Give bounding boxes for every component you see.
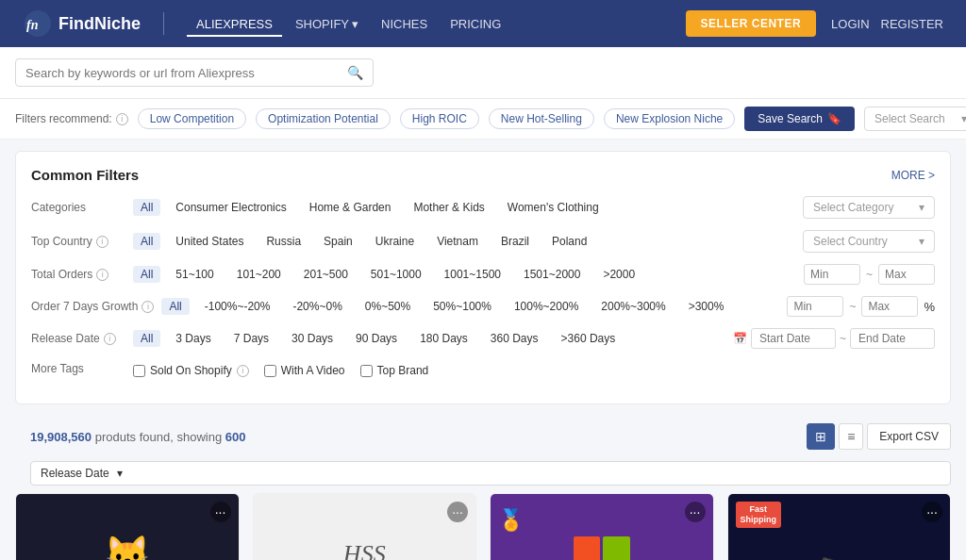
country-select[interactable]: Select Country ▾ bbox=[803, 230, 935, 253]
growth-option-0[interactable]: 0%~50% bbox=[358, 298, 418, 315]
growth-min-input[interactable] bbox=[787, 296, 843, 317]
filter-tag-explosion-niche[interactable]: New Explosion Niche bbox=[604, 108, 735, 129]
country-option-ukraine[interactable]: Ukraine bbox=[368, 233, 422, 250]
orders-option-2000[interactable]: >2000 bbox=[595, 266, 642, 283]
order-growth-label: Order 7 Days Growth i bbox=[31, 300, 154, 313]
grid-view-button[interactable]: ⊞ bbox=[807, 423, 835, 450]
orders-option-1001[interactable]: 1001~1500 bbox=[437, 266, 508, 283]
search-icon[interactable]: 🔍 bbox=[347, 65, 363, 80]
with-a-video-checkbox[interactable]: With A Video bbox=[264, 364, 345, 377]
orders-option-51[interactable]: 51~100 bbox=[168, 266, 221, 283]
seller-center-button[interactable]: SELLER CENTER bbox=[686, 10, 817, 37]
orders-option-201[interactable]: 201~500 bbox=[296, 266, 356, 283]
nav-niches[interactable]: NICHES bbox=[372, 11, 437, 37]
select-search-dropdown[interactable]: Select Search ▾ bbox=[864, 107, 966, 131]
growth-option-50[interactable]: 50%~100% bbox=[425, 298, 499, 315]
sort-label: Release Date bbox=[41, 467, 109, 480]
results-showing: 600 bbox=[225, 430, 246, 444]
list-view-button[interactable]: ≡ bbox=[839, 423, 863, 450]
sort-dropdown[interactable]: Release Date ▾ bbox=[30, 461, 951, 486]
order-growth-info-icon[interactable]: i bbox=[142, 301, 154, 313]
release-option-90d[interactable]: 90 Days bbox=[348, 330, 405, 347]
product-card-4[interactable]: ✒️ FastShipping ··· bbox=[727, 493, 952, 560]
country-option-all[interactable]: All bbox=[133, 233, 160, 250]
product-card-2[interactable]: HSS 🧦 ··· bbox=[253, 493, 477, 560]
orders-option-501[interactable]: 501~1000 bbox=[363, 266, 429, 283]
total-orders-info-icon[interactable]: i bbox=[96, 269, 108, 281]
sold-on-shopify-checkbox[interactable]: Sold On Shopify i bbox=[133, 364, 249, 377]
product-card-1[interactable]: 🐱 🔦 ··· bbox=[15, 493, 240, 560]
categories-option-all[interactable]: All bbox=[133, 199, 160, 216]
with-a-video-input[interactable] bbox=[264, 365, 276, 377]
search-input[interactable] bbox=[25, 66, 347, 80]
top-country-info-icon[interactable]: i bbox=[96, 236, 108, 248]
shopify-info-icon[interactable]: i bbox=[237, 365, 249, 377]
nav-pricing[interactable]: PRICING bbox=[441, 11, 510, 37]
filter-recommend-label: Filters recommend: i bbox=[15, 112, 128, 125]
country-option-poland[interactable]: Poland bbox=[544, 233, 594, 250]
release-option-all[interactable]: All bbox=[133, 330, 160, 347]
filter-tag-low-competition[interactable]: Low Competition bbox=[138, 108, 246, 129]
chevron-down-icon: ▾ bbox=[961, 112, 966, 125]
end-date-input[interactable] bbox=[850, 328, 935, 349]
filters-header: Common Filters MORE > bbox=[31, 167, 935, 183]
product-menu-1[interactable]: ··· bbox=[210, 502, 231, 522]
product-menu-3[interactable]: ··· bbox=[685, 502, 706, 522]
release-option-7d[interactable]: 7 Days bbox=[226, 330, 276, 347]
top-brand-input[interactable] bbox=[360, 365, 373, 377]
filter-tag-hot-selling[interactable]: New Hot-Selling bbox=[489, 108, 594, 129]
release-option-180d[interactable]: 180 Days bbox=[412, 330, 475, 347]
chevron-down-icon: ▾ bbox=[117, 467, 123, 480]
search-bar-container: 🔍 bbox=[0, 47, 966, 99]
growth-option-neg20[interactable]: -20%~0% bbox=[285, 298, 349, 315]
nav-shopify[interactable]: SHOPIFY ▾ bbox=[286, 11, 368, 37]
register-link[interactable]: REGISTER bbox=[881, 17, 943, 31]
filter-tag-optimization[interactable]: Optimization Potential bbox=[256, 108, 391, 129]
country-option-spain[interactable]: Spain bbox=[316, 233, 360, 250]
country-option-brazil[interactable]: Brazil bbox=[493, 233, 537, 250]
filter-tag-high-roic[interactable]: High ROIC bbox=[400, 108, 479, 129]
filter-recommend-info-icon[interactable]: i bbox=[116, 113, 128, 125]
start-date-input[interactable] bbox=[751, 328, 836, 349]
release-date-info-icon[interactable]: i bbox=[104, 333, 116, 345]
growth-option-all[interactable]: All bbox=[161, 298, 189, 315]
growth-max-input[interactable] bbox=[861, 296, 918, 317]
categories-option-womens[interactable]: Women's Clothing bbox=[500, 199, 607, 216]
logo[interactable]: fn FindNiche bbox=[23, 8, 141, 39]
sold-on-shopify-input[interactable] bbox=[133, 365, 145, 377]
categories-option-mother-kids[interactable]: Mother & Kids bbox=[406, 199, 491, 216]
header-auth: LOGIN REGISTER bbox=[831, 17, 943, 31]
product-image-4: ✒️ FastShipping ··· bbox=[728, 494, 951, 560]
country-option-russia[interactable]: Russia bbox=[258, 233, 308, 250]
login-link[interactable]: LOGIN bbox=[831, 17, 869, 31]
release-date-row: Release Date i All 3 Days 7 Days 30 Days… bbox=[31, 328, 935, 349]
categories-option-home[interactable]: Home & Garden bbox=[302, 199, 399, 216]
categories-select[interactable]: Select Category ▾ bbox=[803, 196, 935, 219]
release-option-3d[interactable]: 3 Days bbox=[168, 330, 218, 347]
country-option-vietnam[interactable]: Vietnam bbox=[429, 233, 486, 250]
product-card-3[interactable]: 🏅 Windows 10 ··· bbox=[490, 493, 714, 560]
more-tags-label: More Tags bbox=[31, 362, 125, 375]
country-option-us[interactable]: United States bbox=[168, 233, 251, 250]
save-search-button[interactable]: Save Search 🔖 bbox=[744, 107, 855, 131]
export-csv-button[interactable]: Export CSV bbox=[867, 423, 951, 450]
growth-option-300[interactable]: >300% bbox=[681, 298, 732, 315]
product-menu-2[interactable]: ··· bbox=[447, 502, 468, 522]
orders-option-1501[interactable]: 1501~2000 bbox=[516, 266, 588, 283]
growth-option-200[interactable]: 200%~300% bbox=[593, 298, 673, 315]
growth-option-100[interactable]: 100%~200% bbox=[507, 298, 586, 315]
release-option-360d[interactable]: 360 Days bbox=[483, 330, 546, 347]
nav-aliexpress[interactable]: ALIEXPRESS bbox=[187, 11, 282, 37]
product-image-3: 🏅 Windows 10 ··· bbox=[491, 494, 713, 560]
release-option-360plus[interactable]: >360 Days bbox=[554, 330, 624, 347]
categories-option-electronics[interactable]: Consumer Electronics bbox=[168, 199, 293, 216]
growth-option-neg100[interactable]: -100%~-20% bbox=[197, 298, 278, 315]
product-menu-4[interactable]: ··· bbox=[922, 502, 942, 522]
orders-option-101[interactable]: 101~200 bbox=[229, 266, 289, 283]
more-filters-link[interactable]: MORE > bbox=[891, 169, 935, 182]
orders-max-input[interactable] bbox=[878, 264, 935, 285]
orders-option-all[interactable]: All bbox=[133, 266, 160, 283]
release-option-30d[interactable]: 30 Days bbox=[284, 330, 341, 347]
top-brand-checkbox[interactable]: Top Brand bbox=[360, 364, 429, 377]
orders-min-input[interactable] bbox=[804, 264, 860, 285]
